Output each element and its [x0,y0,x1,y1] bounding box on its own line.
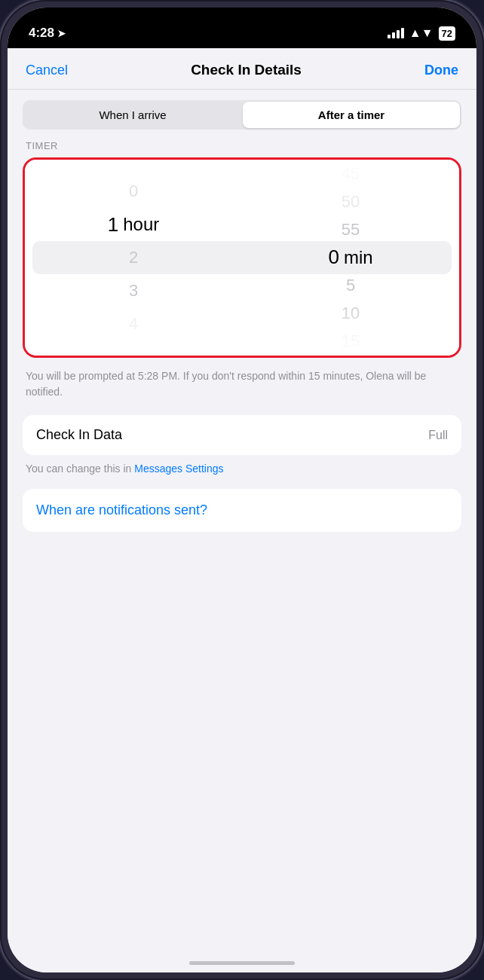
check-in-data-card[interactable]: Check In Data Full [23,415,461,455]
timer-section: TIMER 0 1hour 2 3 [8,140,476,358]
page-title: Check In Details [191,62,302,78]
check-in-data-value: Full [428,429,448,442]
notifications-button[interactable]: When are notifications sent? [23,489,461,532]
min-item-55: 55 [242,215,459,243]
nav-bar: Cancel Check In Details Done [8,48,476,90]
min-item-0-selected: 0min [242,243,459,271]
timer-label: TIMER [23,140,461,151]
notifications-card[interactable]: When are notifications sent? [23,489,461,532]
hour-item-0: 0 [25,175,242,208]
min-item-50: 50 [242,188,459,215]
home-indicator [189,961,295,965]
dynamic-island [197,17,287,42]
settings-hint: You can change this in Messages Settings [8,455,476,477]
hour-item-2: 2 [25,241,242,274]
signal-bar-2 [392,32,395,38]
check-in-data-label: Check In Data [36,427,122,443]
main-content: Cancel Check In Details Done When I arri… [8,48,476,972]
segmented-control: When I arrive After a timer [23,100,461,130]
status-time: 4:28 ➤ [29,26,66,41]
prompt-text: You will be prompted at 5:28 PM. If you … [8,358,476,405]
signal-bar-4 [401,28,404,38]
battery-level: 72 [442,28,452,39]
min-item-10: 10 [242,300,459,328]
time-display: 4:28 [29,26,54,41]
messages-settings-link[interactable]: Messages Settings [134,463,223,475]
check-in-data-row: Check In Data Full [23,415,461,455]
signal-bars [388,28,404,38]
notifications-btn-text: When are notifications sent? [36,502,207,518]
done-button[interactable]: Done [424,63,458,78]
cancel-button[interactable]: Cancel [26,63,68,78]
min-item-5: 5 [242,272,459,300]
signal-bar-1 [388,35,391,38]
settings-hint-prefix: You can change this in [26,463,134,475]
wifi-icon: ▲▼ [409,26,433,40]
signal-bar-3 [397,30,400,38]
hour-item-1-selected: 1hour [25,208,242,241]
battery-indicator: 72 [439,26,455,41]
timer-picker-container[interactable]: 0 1hour 2 3 4 45 50 55 [23,157,461,358]
segment-when-i-arrive[interactable]: When I arrive [24,102,241,128]
phone-screen: 4:28 ➤ ▲▼ 72 Cancel Check [8,8,476,972]
picker-inner: 0 1hour 2 3 4 45 50 55 [25,160,459,356]
status-right-icons: ▲▼ 72 [388,26,455,41]
hour-item-3: 3 [25,274,242,307]
segmented-wrapper: When I arrive After a timer [8,90,476,140]
phone-frame: 4:28 ➤ ▲▼ 72 Cancel Check [0,0,484,980]
minutes-column[interactable]: 45 50 55 0min 5 10 15 [242,160,459,356]
location-icon: ➤ [57,28,66,39]
segment-after-a-timer[interactable]: After a timer [243,102,460,128]
hour-item-4: 4 [25,307,242,340]
min-item-45: 45 [242,160,459,188]
status-bar: 4:28 ➤ ▲▼ 72 [8,8,476,48]
hours-column[interactable]: 0 1hour 2 3 4 [25,160,242,356]
min-item-15: 15 [242,328,459,356]
